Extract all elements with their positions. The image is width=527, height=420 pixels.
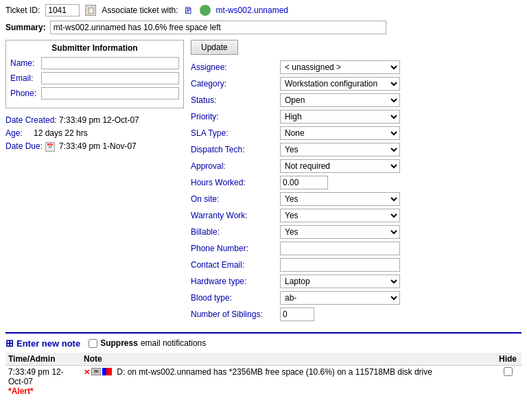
- status-label: Status:: [191, 95, 280, 105]
- hardware-type-select[interactable]: Laptop Desktop Server: [280, 275, 400, 288]
- billable-label: Billable:: [191, 227, 280, 237]
- phone-label: Phone:: [10, 89, 41, 98]
- contact-email-label: Contact Email:: [191, 260, 280, 270]
- ticket-id-label: Ticket ID:: [5, 5, 40, 15]
- enter-note-link[interactable]: ⊞ Enter new note: [5, 338, 80, 349]
- dispatch-tech-select[interactable]: Yes No: [280, 143, 400, 156]
- hours-worked-label: Hours Worked:: [191, 178, 280, 187]
- email-label: Email:: [10, 73, 41, 83]
- col-header-note: Note: [81, 353, 494, 366]
- submitter-title: Submitter Information: [10, 43, 179, 53]
- approval-label: Approval:: [191, 161, 280, 171]
- blood-type-label: Blood type:: [191, 293, 280, 303]
- log-time: 7:33:49 pm 12-Oct-07: [8, 367, 78, 386]
- delete-icon[interactable]: ✕: [84, 368, 90, 377]
- enter-note-label: Enter new note: [16, 338, 80, 349]
- assignee-label: Assignee:: [191, 62, 280, 72]
- green-dot-icon: [200, 5, 211, 16]
- age-label: Age:: [5, 127, 30, 140]
- priority-label: Priority:: [191, 112, 280, 121]
- note-log-table: Time/Admin Note Hide 7:33:49 pm 12-Oct-0…: [5, 353, 522, 397]
- category-label: Category:: [191, 79, 280, 89]
- name-label: Name:: [10, 58, 41, 68]
- ticket-link[interactable]: mt-ws002.unnamed: [216, 5, 288, 15]
- billable-select[interactable]: Yes No: [280, 225, 400, 239]
- col-header-hide: Hide: [494, 353, 522, 366]
- contact-email-input[interactable]: [280, 258, 400, 272]
- phone-number-label: Phone Number:: [191, 244, 280, 253]
- summary-label: Summary:: [5, 23, 46, 32]
- table-row: 7:33:49 pm 12-Oct-07 *Alert* ✕ ✉ D: on m…: [5, 366, 522, 398]
- email-icon: ✉: [91, 368, 101, 375]
- associate-label: Associate ticket with:: [102, 5, 178, 15]
- suppress-checkbox[interactable]: [89, 339, 97, 348]
- update-button[interactable]: Update: [191, 40, 238, 55]
- hours-worked-input[interactable]: [280, 176, 328, 189]
- plus-icon: ⊞: [5, 338, 14, 349]
- phone-number-input[interactable]: [280, 242, 400, 255]
- log-note-text: D: on mt-ws002.unnamed has *2356MB free …: [117, 367, 432, 377]
- date-created-value: 7:33:49 pm 12-Oct-07: [59, 115, 139, 125]
- warranty-work-label: Warranty Work:: [191, 211, 280, 220]
- hardware-type-label: Hardware type:: [191, 277, 280, 286]
- date-created-label: Date Created:: [5, 115, 57, 125]
- associate-icon: 📋: [85, 5, 96, 16]
- ticket-icon: 🖹: [184, 5, 193, 16]
- category-select[interactable]: Workstation configuration: [280, 77, 400, 91]
- blood-type-select[interactable]: ab- ab+ a+ a- b+ b- o+ o-: [280, 291, 400, 305]
- col-header-time: Time/Admin: [5, 353, 81, 366]
- log-alert: *Alert*: [8, 386, 78, 396]
- date-due-label: Date Due:: [5, 140, 43, 153]
- approval-select[interactable]: Not required Required: [280, 159, 400, 173]
- num-siblings-input[interactable]: [280, 307, 314, 321]
- suppress-label: Suppress: [100, 338, 138, 348]
- num-siblings-label: Number of Siblings:: [191, 310, 280, 319]
- status-select[interactable]: Open Closed Pending: [280, 93, 400, 107]
- sla-type-label: SLA Type:: [191, 128, 280, 138]
- dispatch-tech-label: Dispatch Tech:: [191, 145, 280, 154]
- calendar-icon[interactable]: 📅: [45, 142, 55, 152]
- date-due-value: 7:33:49 pm 1-Nov-07: [59, 140, 137, 153]
- sla-type-select[interactable]: None: [280, 126, 400, 140]
- priority-select[interactable]: High Medium Low: [280, 110, 400, 124]
- on-site-label: On site:: [191, 194, 280, 204]
- hide-checkbox[interactable]: [504, 367, 513, 376]
- email-notifications-label: email notifications: [141, 338, 206, 348]
- name-input[interactable]: [41, 57, 179, 69]
- phone-input[interactable]: [41, 87, 179, 100]
- flag-icon: [102, 368, 112, 375]
- assignee-select[interactable]: < unassigned >: [280, 60, 400, 74]
- summary-input[interactable]: [50, 21, 386, 34]
- warranty-work-select[interactable]: Yes No: [280, 209, 400, 222]
- age-value: 12 days 22 hrs: [34, 127, 88, 140]
- email-input[interactable]: [41, 72, 179, 84]
- on-site-select[interactable]: Yes No: [280, 192, 400, 206]
- ticket-id-input[interactable]: [45, 4, 80, 16]
